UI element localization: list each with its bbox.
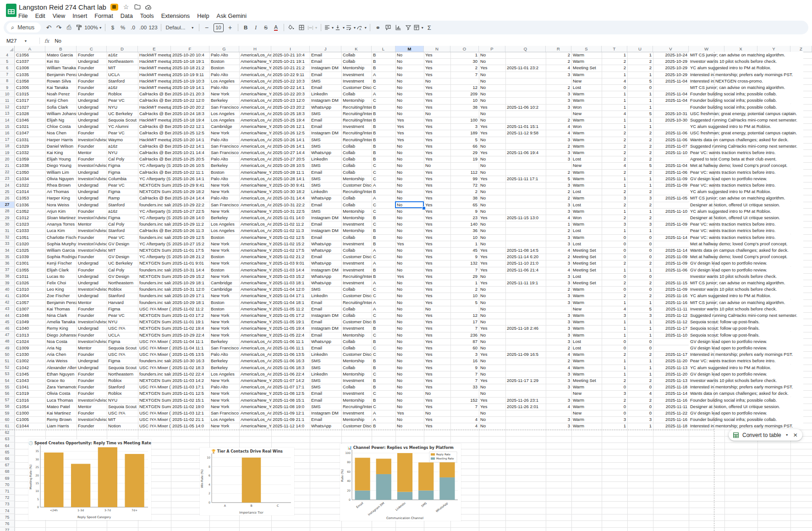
cell[interactable]: MIT bbox=[107, 416, 138, 423]
cell[interactable]: Northeastern bbox=[107, 371, 138, 377]
column-header-K[interactable]: K bbox=[341, 46, 372, 52]
cell[interactable]: Warm bbox=[571, 91, 602, 97]
cell[interactable]: Luca Thomas bbox=[45, 397, 77, 404]
cell[interactable]: C1043 bbox=[15, 377, 45, 384]
cell[interactable]: Customer Discove bbox=[341, 254, 372, 260]
row-header-58[interactable]: 58 bbox=[0, 404, 15, 410]
column-header-R[interactable]: R bbox=[546, 46, 571, 52]
cell[interactable]: Roblox bbox=[107, 377, 138, 384]
cell[interactable]: New York bbox=[209, 182, 239, 188]
cell[interactable]: 2025-11-04 11:1 bbox=[171, 345, 209, 351]
cell[interactable]: C1020 bbox=[15, 241, 45, 247]
cell[interactable]: 3 bbox=[546, 149, 571, 156]
cell[interactable]: Customer Discove bbox=[341, 84, 372, 91]
cell[interactable]: 3 bbox=[546, 182, 571, 188]
cell[interactable]: 2025-10-26 11:3 bbox=[171, 227, 209, 234]
cell[interactable]: MIT bbox=[107, 247, 138, 254]
cell[interactable]: No bbox=[395, 423, 424, 429]
cell[interactable]: 2025-10-29 bbox=[653, 72, 689, 78]
decrease-font-size-button[interactable]: − bbox=[202, 22, 212, 33]
row-header-75[interactable]: 75 bbox=[0, 514, 15, 520]
cell[interactable]: Collab bbox=[341, 365, 372, 371]
cell[interactable]: Figma bbox=[107, 338, 138, 345]
cell[interactable]: Recruiting/Intern bbox=[341, 137, 372, 143]
zoom-control[interactable]: 100%▼ bbox=[84, 22, 102, 33]
cell[interactable]: Yes bbox=[395, 410, 424, 416]
cell[interactable]: Collab bbox=[341, 169, 372, 176]
cell[interactable]: No bbox=[479, 182, 505, 188]
cell[interactable]: 29 bbox=[450, 273, 479, 280]
cell[interactable]: GV design lead open to portfolio review. bbox=[689, 371, 803, 377]
cell[interactable]: HackMIT meetup bbox=[138, 117, 171, 123]
cell[interactable]: 2025-10-29 11:2 bbox=[171, 221, 209, 227]
cell[interactable]: No bbox=[395, 176, 424, 182]
cell[interactable]: Investor/Advisor bbox=[77, 319, 107, 325]
convert-to-table-popup[interactable]: Convert to table ▼ ✕ bbox=[729, 429, 802, 441]
cell[interactable]: Yes bbox=[424, 195, 450, 201]
cell[interactable]: Investor/Advisor bbox=[77, 338, 107, 345]
cell[interactable]: No bbox=[479, 78, 505, 84]
cell[interactable]: B bbox=[372, 319, 395, 325]
cell[interactable]: WhatsApp bbox=[310, 195, 341, 201]
cell[interactable]: No bbox=[395, 58, 424, 65]
cell[interactable]: Kai King bbox=[45, 149, 77, 156]
cell[interactable]: C bbox=[372, 84, 395, 91]
cell[interactable]: C1026 bbox=[15, 280, 45, 286]
cell[interactable]: SMS bbox=[310, 137, 341, 143]
cell[interactable]: Investor wants 10 pilot schools before c… bbox=[689, 377, 803, 384]
cell[interactable]: Yes bbox=[424, 241, 450, 247]
cell[interactable]: C1016 bbox=[15, 397, 45, 404]
cell[interactable]: Undergrad bbox=[77, 365, 107, 371]
cell[interactable]: C1025 bbox=[15, 247, 45, 254]
cell[interactable]: 2025-11-09 bbox=[653, 260, 689, 266]
cell[interactable]: Warm bbox=[571, 221, 602, 227]
cell[interactable]: New York bbox=[209, 208, 239, 215]
cell[interactable]: 2 bbox=[627, 130, 653, 136]
cell[interactable]: Leo King bbox=[45, 286, 77, 293]
cell[interactable]: America/Los_Ange bbox=[239, 97, 271, 104]
cell[interactable]: C1038 bbox=[15, 162, 45, 169]
cell[interactable]: 0 bbox=[627, 338, 653, 345]
row-header-77[interactable]: 77 bbox=[0, 527, 15, 531]
cell[interactable]: No bbox=[395, 404, 424, 410]
cell[interactable]: 2025-10-26 10:5 bbox=[171, 162, 209, 169]
cell[interactable]: Undergrad bbox=[77, 280, 107, 286]
cell[interactable]: 2 bbox=[602, 188, 627, 195]
cell[interactable]: 2025-11-05 11:2 bbox=[271, 306, 310, 312]
cell[interactable]: 2025-10-18 19:4 bbox=[171, 117, 209, 123]
cell[interactable]: Figma bbox=[107, 306, 138, 312]
cell[interactable]: Customer Discove bbox=[341, 319, 372, 325]
row-header-61[interactable]: 61 bbox=[0, 423, 15, 429]
cell[interactable]: 3 bbox=[546, 202, 571, 208]
cell[interactable]: 3 bbox=[450, 351, 479, 358]
cell[interactable]: 2025-11-04 11:1 bbox=[171, 338, 209, 345]
cell[interactable]: America/Los_Ange bbox=[239, 84, 271, 91]
cell[interactable]: Founder bbox=[77, 332, 107, 338]
cell[interactable]: Won bbox=[571, 123, 602, 130]
cell[interactable]: C1000 bbox=[15, 410, 45, 416]
cell[interactable]: 2025-10-29 12:5 bbox=[171, 234, 209, 241]
cell[interactable]: Warm bbox=[571, 58, 602, 65]
cell[interactable]: C bbox=[372, 208, 395, 215]
cell[interactable]: 140 bbox=[450, 221, 479, 227]
row-header-69[interactable]: 69 bbox=[0, 475, 15, 481]
cell[interactable]: Investment bbox=[341, 410, 372, 416]
cell[interactable]: Mateo Garcia bbox=[45, 52, 77, 58]
cell[interactable]: No bbox=[479, 423, 505, 429]
cell[interactable]: America/New_York bbox=[239, 325, 271, 332]
cell[interactable]: Yes bbox=[424, 358, 450, 364]
cell[interactable]: No bbox=[479, 234, 505, 241]
cell[interactable]: Harper Harris bbox=[45, 137, 77, 143]
cell[interactable]: 45 bbox=[450, 247, 479, 254]
cell[interactable]: Lost bbox=[571, 273, 602, 280]
cell[interactable]: Yes bbox=[479, 377, 505, 384]
cell[interactable]: No bbox=[395, 312, 424, 319]
row-header-14[interactable]: 14 bbox=[0, 117, 15, 123]
cell[interactable]: William Johanss bbox=[45, 111, 77, 117]
labs-badge-icon[interactable] bbox=[110, 4, 118, 11]
cell[interactable]: Founder bbox=[77, 52, 107, 58]
cell[interactable]: C bbox=[372, 332, 395, 338]
cell[interactable]: 10 bbox=[450, 97, 479, 104]
cell[interactable]: Meeting Set bbox=[571, 280, 602, 286]
cell[interactable]: Yes bbox=[424, 254, 450, 260]
